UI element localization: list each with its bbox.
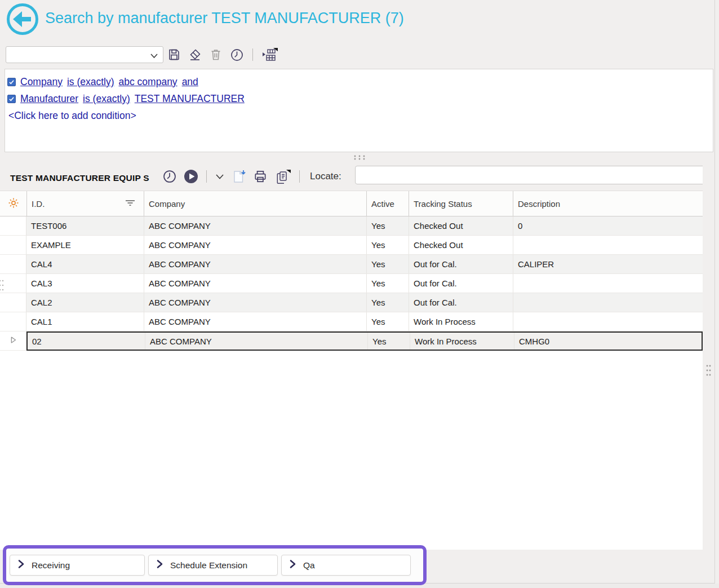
cell-tracking-status[interactable]: Out for Cal. — [409, 274, 513, 293]
cell-description[interactable] — [513, 293, 703, 312]
select-all-header[interactable] — [0, 191, 26, 216]
cell-tracking-status[interactable]: Work In Process — [410, 333, 514, 350]
cell-tracking-status[interactable]: Checked Out — [409, 236, 513, 254]
search-conditions-panel: Company is (exactly) abc company and Man… — [5, 69, 713, 152]
cell-active[interactable]: Yes — [366, 274, 409, 293]
cell-description[interactable]: CALIPER — [513, 255, 703, 273]
column-header-company[interactable]: Company — [144, 191, 366, 216]
condition-field-link[interactable]: Manufacturer — [20, 93, 78, 105]
locate-input[interactable] — [355, 166, 713, 184]
table-row[interactable]: CAL1 ABC COMPANY Yes Work In Process — [0, 312, 703, 331]
cell-description[interactable] — [513, 274, 703, 293]
saved-search-combobox[interactable] — [6, 46, 163, 63]
cell-company[interactable]: ABC COMPANY — [144, 216, 366, 235]
toolbar-separator — [299, 170, 300, 183]
row-selector-cell[interactable] — [0, 312, 26, 331]
cell-id[interactable]: CAL1 — [26, 312, 144, 331]
cell-tracking-status[interactable]: Work In Process — [409, 312, 513, 331]
row-selector-cell[interactable] — [0, 236, 26, 255]
cell-active[interactable]: Yes — [367, 333, 410, 350]
cell-id[interactable]: CAL2 — [26, 293, 144, 312]
import-page-icon[interactable] — [232, 169, 246, 184]
condition-value-link[interactable]: TEST MANUFACTURER — [135, 93, 245, 105]
condition-value-link[interactable]: abc company — [119, 76, 177, 88]
column-header-description[interactable]: Description — [513, 191, 703, 216]
cell-description[interactable]: 0 — [513, 216, 703, 235]
qa-button[interactable]: Qa — [281, 555, 411, 576]
cell-active[interactable]: Yes — [366, 255, 409, 273]
receiving-button[interactable]: Receiving — [10, 555, 145, 576]
cell-active[interactable]: Yes — [366, 236, 409, 254]
table-row[interactable]: TEST006 ABC COMPANY Yes Checked Out 0 — [0, 216, 703, 236]
toolbar-separator — [252, 48, 253, 61]
row-selector-cell[interactable] — [0, 331, 26, 351]
cell-description[interactable]: CMHG0 — [514, 333, 702, 350]
cell-description[interactable] — [513, 312, 703, 331]
chevron-down-icon[interactable] — [215, 173, 225, 180]
condition-operator-link[interactable]: is (exactly) — [67, 76, 114, 88]
column-header-active[interactable]: Active — [366, 191, 409, 216]
left-splitter-grip[interactable] — [0, 278, 5, 294]
condition-row: Manufacturer is (exactly) TEST MANUFACTU… — [7, 90, 711, 107]
table-row[interactable]: CAL2 ABC COMPANY Yes Out for Cal. — [0, 293, 703, 312]
row-selector-cell[interactable] — [0, 293, 26, 312]
back-arrow-icon — [6, 28, 39, 38]
table-row[interactable]: CAL4 ABC COMPANY Yes Out for Cal. CALIPE… — [0, 255, 703, 274]
restructure-grid-icon[interactable] — [261, 47, 278, 62]
eraser-icon[interactable] — [188, 48, 202, 61]
table-row[interactable]: EXAMPLE ABC COMPANY Yes Checked Out — [0, 236, 703, 255]
saved-search-input[interactable] — [10, 48, 145, 61]
cell-id[interactable]: EXAMPLE — [26, 236, 144, 254]
cell-id[interactable]: TEST006 — [26, 216, 144, 235]
chevron-right-icon — [17, 559, 25, 571]
chevron-down-icon[interactable] — [150, 51, 158, 61]
cell-company[interactable]: ABC COMPANY — [144, 274, 366, 293]
vertical-splitter-grip[interactable] — [705, 364, 712, 379]
toolbar-separator — [206, 170, 207, 183]
cell-description[interactable] — [513, 236, 703, 254]
cell-company[interactable]: ABC COMPANY — [145, 333, 367, 350]
condition-field-link[interactable]: Company — [20, 76, 63, 88]
cell-tracking-status[interactable]: Out for Cal. — [409, 293, 513, 312]
cell-tracking-status[interactable]: Checked Out — [409, 216, 513, 235]
history-icon[interactable] — [230, 48, 244, 62]
back-button[interactable] — [6, 2, 39, 36]
cell-company[interactable]: ABC COMPANY — [144, 312, 366, 331]
sun-icon — [7, 197, 20, 211]
condition-conjunction-link[interactable]: and — [182, 76, 198, 88]
copy-icon[interactable] — [274, 169, 291, 184]
print-icon[interactable] — [253, 169, 268, 184]
condition-row: Company is (exactly) abc company and — [7, 73, 711, 90]
condition-operator-link[interactable]: is (exactly) — [83, 93, 130, 105]
cell-active[interactable]: Yes — [366, 312, 409, 331]
cell-id[interactable]: CAL3 — [26, 274, 144, 293]
equipment-table: I.D. Company Active Tracking Status Desc… — [0, 191, 703, 351]
cell-active[interactable]: Yes — [366, 216, 409, 235]
column-header-label: I.D. — [32, 199, 45, 209]
cell-active[interactable]: Yes — [366, 293, 409, 312]
run-icon[interactable] — [184, 169, 198, 184]
cell-id[interactable]: CAL4 — [26, 255, 144, 273]
cell-id[interactable]: 02 — [28, 333, 145, 350]
page-title: Search by manufacturer TEST MANUFACTURER… — [45, 10, 404, 27]
row-selector-cell[interactable] — [0, 216, 26, 236]
column-header-tracking-status[interactable]: Tracking Status — [409, 191, 513, 216]
horizontal-splitter-grip[interactable] — [353, 153, 366, 163]
trash-icon[interactable] — [209, 48, 223, 61]
app-window: Search by manufacturer TEST MANUFACTURER… — [0, 0, 719, 588]
cell-company[interactable]: ABC COMPANY — [144, 236, 366, 254]
save-icon[interactable] — [167, 48, 181, 61]
cell-company[interactable]: ABC COMPANY — [144, 293, 366, 312]
row-selector-cell[interactable] — [0, 255, 26, 274]
cell-company[interactable]: ABC COMPANY — [144, 255, 366, 273]
cell-tracking-status[interactable]: Out for Cal. — [409, 255, 513, 273]
column-header-id[interactable]: I.D. — [26, 191, 144, 216]
condition-checkbox[interactable] — [7, 78, 16, 86]
filter-icon[interactable] — [125, 198, 136, 209]
history-icon[interactable] — [162, 169, 177, 184]
add-condition-link[interactable]: <Click here to add condition> — [7, 110, 136, 122]
table-row-selected[interactable]: 02 ABC COMPANY Yes Work In Process CMHG0 — [0, 331, 703, 351]
condition-checkbox[interactable] — [7, 95, 16, 103]
table-row[interactable]: CAL3 ABC COMPANY Yes Out for Cal. — [0, 274, 703, 293]
schedule-extension-button[interactable]: Schedule Extension — [148, 555, 278, 576]
